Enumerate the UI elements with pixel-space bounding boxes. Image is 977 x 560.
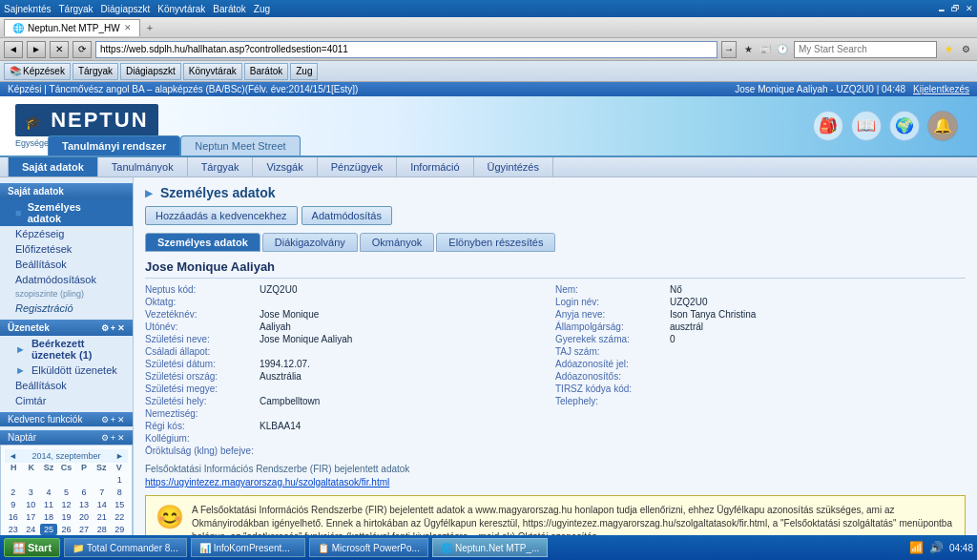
favorites-icon[interactable]: ★	[740, 42, 756, 57]
sidebar-item-szemelyes[interactable]: ■ Személyes adatok	[0, 199, 133, 226]
cal-icon-add[interactable]: +	[111, 433, 115, 443]
toolbar-btn-diagiapszkt[interactable]: Diágiapszkt	[120, 63, 181, 80]
refresh-button[interactable]: ⟳	[73, 41, 92, 58]
toolbar-btn-baratok[interactable]: Barátok	[244, 63, 288, 80]
cal-d-22[interactable]: 22	[111, 511, 128, 523]
nav-item-vizsgak[interactable]: Vizsgák	[253, 157, 317, 176]
cal-d-11[interactable]: 11	[40, 499, 57, 510]
cal-d-25-today[interactable]: 25	[40, 524, 57, 535]
top-menu-tárgyak[interactable]: Tárgyak	[58, 4, 93, 14]
close-btn[interactable]: ✕	[966, 4, 973, 13]
cal-d-1[interactable]: 1	[111, 474, 128, 486]
messages-header[interactable]: Üzenetek ⚙ + ✕	[0, 320, 133, 336]
calendar-header[interactable]: Naptár ⚙ + ✕	[0, 430, 133, 445]
cal-d-15[interactable]: 15	[111, 499, 128, 510]
taskbar-task-total-commander[interactable]: 📁 Total Commander 8...	[64, 538, 187, 557]
cal-d-13[interactable]: 13	[75, 499, 93, 510]
nav-item-ugyintezcs[interactable]: Ügyintézés	[474, 157, 553, 176]
cal-next-btn[interactable]: ►	[115, 451, 124, 461]
taskbar-task-neptun[interactable]: 🌐 Neptun.Net MTP_...	[432, 538, 548, 557]
cal-icon-settings[interactable]: ⚙	[101, 433, 109, 443]
sidebar-msg-cimtar[interactable]: Cimtár	[0, 393, 133, 408]
taskbar-task-powerpoint[interactable]: 📋 Microsoft PowerPo...	[309, 538, 428, 557]
cal-d-28[interactable]: 28	[94, 524, 111, 535]
cal-d-9[interactable]: 9	[5, 499, 22, 510]
sidebar-regisztracio[interactable]: Regisztráció	[0, 301, 133, 316]
sub-tab-elonyben[interactable]: Elönyben részesítés	[436, 233, 555, 252]
nav-item-informacio[interactable]: Információ	[397, 157, 473, 176]
go-button[interactable]: →	[721, 41, 737, 58]
forward-button[interactable]: ►	[27, 41, 46, 58]
nav-item-tanulmanyok[interactable]: Tanulmányok	[98, 157, 188, 176]
cal-d-3[interactable]: 3	[23, 487, 40, 498]
top-menu-baratok[interactable]: Barátok	[213, 4, 245, 14]
fir-link[interactable]: https://ugyintezez.magyarorszag.hu/szolg…	[145, 477, 966, 487]
sidebar-item-adatmodositas[interactable]: Adatmódosítások	[0, 272, 133, 287]
data-modification-button[interactable]: Adatmódosítás	[301, 206, 392, 225]
sub-tab-diakigazolvany[interactable]: Diákigazolvány	[262, 233, 358, 252]
msg-icon-3[interactable]: ✕	[117, 323, 125, 333]
cal-d-14[interactable]: 14	[94, 499, 111, 510]
sub-tab-okmanyok[interactable]: Okmányok	[360, 233, 435, 252]
cal-d-18[interactable]: 18	[40, 511, 57, 523]
logout-button[interactable]: Kijelentkezés	[913, 84, 969, 94]
cal-d-5[interactable]: 5	[58, 487, 75, 498]
cal-d-10[interactable]: 10	[23, 499, 40, 510]
cal-d-24[interactable]: 24	[23, 524, 40, 535]
cal-d-6[interactable]: 6	[75, 487, 93, 498]
sidebar-item-kepzeseg[interactable]: Képzéseig	[0, 226, 133, 241]
ie-star-icon[interactable]: ★	[941, 42, 956, 57]
cal-d-17[interactable]: 17	[23, 511, 40, 523]
cal-d-20[interactable]: 20	[75, 511, 93, 523]
fav-icon-add[interactable]: +	[111, 415, 115, 425]
back-button[interactable]: ◄	[4, 41, 23, 58]
nav-item-sajat[interactable]: Saját adatok	[8, 157, 98, 176]
add-to-favorites-button[interactable]: Hozzáadás a kedvencekhez	[145, 206, 298, 225]
nav-item-penzugyek[interactable]: Pénzügyek	[318, 157, 397, 176]
toolbar-btn-konyvtarak[interactable]: Könyvtárak	[183, 63, 242, 80]
cal-d-21[interactable]: 21	[94, 511, 111, 523]
fav-icon-close[interactable]: ✕	[117, 415, 125, 425]
history-icon[interactable]: 🕐	[775, 42, 790, 57]
toolbar-btn-targyak[interactable]: Tárgyak	[73, 63, 118, 80]
address-input[interactable]	[95, 41, 717, 58]
cal-d-16[interactable]: 16	[5, 511, 22, 523]
neptun-tab-meet[interactable]: Neptun Meet Street	[180, 135, 300, 156]
tools-icon[interactable]: ⚙	[958, 42, 973, 57]
top-menu-diágiapszkt[interactable]: Diágiapszkt	[101, 4, 151, 14]
cal-prev-btn[interactable]: ◄	[9, 451, 17, 461]
sidebar-msg-sent[interactable]: ► Elküldött üzenetek	[0, 363, 133, 378]
restore-btn[interactable]: 🗗	[951, 4, 960, 13]
cal-d-2[interactable]: 2	[5, 487, 22, 498]
sidebar-msg-settings[interactable]: Beállítások	[0, 378, 133, 393]
msg-icon-1[interactable]: ⚙	[101, 323, 109, 333]
browser-tab-neptun[interactable]: 🌐 Neptun.Net MTP_HW ✕	[4, 19, 140, 36]
sidebar-item-elofizetes[interactable]: Előfizetések	[0, 241, 133, 257]
top-menu-konyvtarak[interactable]: Könyvtárak	[157, 4, 205, 14]
cal-d-4[interactable]: 4	[40, 487, 57, 498]
tray-icon-sound[interactable]: 🔊	[929, 541, 944, 554]
toolbar-btn-kepzesek[interactable]: 📚 Képzések	[4, 63, 71, 80]
cal-d-26[interactable]: 26	[58, 524, 75, 535]
new-tab-button[interactable]: +	[143, 22, 156, 33]
header-icon-2[interactable]: 📖	[851, 111, 882, 141]
neptun-tab-tanulmany[interactable]: Tanulmányi rendszer	[48, 135, 180, 156]
fav-icon-settings[interactable]: ⚙	[101, 415, 109, 425]
header-icon-3[interactable]: 🌍	[889, 111, 920, 141]
tray-icon-network[interactable]: 📶	[909, 541, 924, 554]
cal-d-8[interactable]: 8	[111, 487, 128, 498]
feeds-icon[interactable]: 📰	[758, 42, 773, 57]
cal-d-7[interactable]: 7	[94, 487, 111, 498]
sidebar-item-beallitas[interactable]: Beállítások	[0, 257, 133, 272]
sub-tab-szemelyes[interactable]: Személyes adatok	[145, 233, 260, 252]
header-icon-bell[interactable]: 🔔	[927, 111, 958, 141]
cal-d-23[interactable]: 23	[5, 524, 22, 535]
minimize-btn[interactable]: 🗕	[937, 4, 946, 13]
top-menu-zug[interactable]: Zug	[254, 4, 270, 14]
taskbar-task-infokom[interactable]: 📊 InfoKomPresent...	[191, 538, 305, 557]
cal-d-19[interactable]: 19	[58, 511, 75, 523]
cal-d-27[interactable]: 27	[75, 524, 93, 535]
tab-close-icon[interactable]: ✕	[124, 23, 132, 32]
nav-item-targyak[interactable]: Tárgyak	[188, 157, 254, 176]
cal-icon-close[interactable]: ✕	[117, 433, 125, 443]
